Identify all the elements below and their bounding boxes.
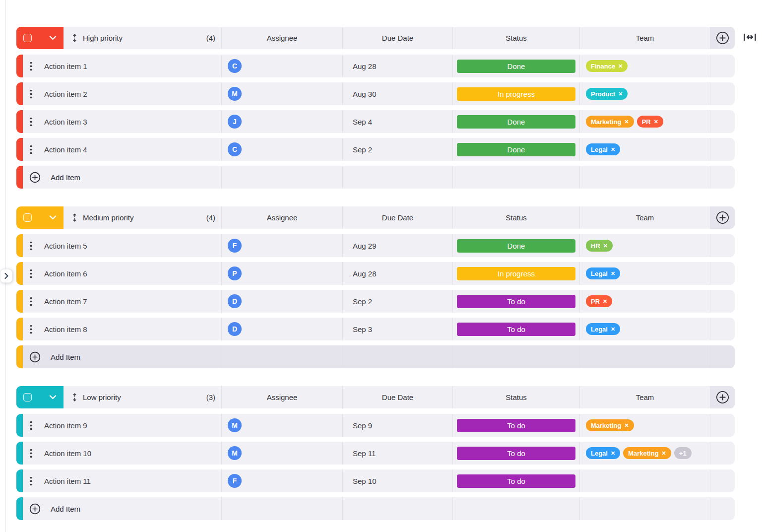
column-header-status[interactable]: Status: [452, 206, 579, 229]
assignee-cell[interactable]: D: [221, 290, 342, 313]
due-date-cell[interactable]: Sep 9: [342, 414, 452, 437]
status-pill[interactable]: In progress: [457, 267, 575, 280]
assignee-cell[interactable]: J: [221, 110, 342, 133]
group-title[interactable]: High priority: [83, 34, 123, 42]
team-tag[interactable]: PR✕: [586, 295, 612, 307]
add-column-button[interactable]: [710, 386, 735, 408]
group-checkbox[interactable]: [23, 213, 32, 222]
team-cell[interactable]: Legal✕: [579, 318, 710, 340]
column-header-team[interactable]: Team: [579, 386, 710, 408]
status-cell[interactable]: Done: [452, 55, 579, 77]
team-tag[interactable]: Legal✕: [586, 447, 620, 459]
due-date-cell[interactable]: Aug 30: [342, 82, 452, 105]
remove-tag-icon[interactable]: ✕: [618, 91, 623, 97]
team-tag[interactable]: Legal✕: [586, 323, 620, 335]
add-item-row[interactable]: Add Item: [16, 497, 735, 520]
group-checkbox[interactable]: [23, 393, 32, 401]
team-cell[interactable]: PR✕: [579, 290, 710, 313]
item-name[interactable]: Action item 5: [44, 242, 87, 250]
remove-tag-icon[interactable]: ✕: [611, 327, 615, 332]
item-name[interactable]: Action item 6: [44, 269, 87, 278]
team-tag[interactable]: Marketing✕: [586, 116, 634, 128]
column-header-status[interactable]: Status: [452, 27, 579, 49]
due-date-cell[interactable]: Sep 10: [342, 469, 452, 492]
remove-tag-icon[interactable]: ✕: [611, 451, 615, 456]
assignee-cell[interactable]: P: [221, 262, 342, 285]
remove-tag-icon[interactable]: ✕: [603, 299, 607, 304]
row-menu-icon[interactable]: [30, 145, 32, 154]
team-tag[interactable]: PR✕: [637, 116, 663, 128]
column-header-team[interactable]: Team: [579, 27, 710, 49]
team-cell[interactable]: Marketing✕PR✕: [579, 110, 710, 133]
assignee-avatar[interactable]: F: [228, 239, 242, 253]
item-name[interactable]: Action item 10: [44, 449, 91, 458]
due-date-cell[interactable]: Aug 28: [342, 262, 452, 285]
remove-tag-icon[interactable]: ✕: [603, 243, 608, 249]
drag-handle-icon[interactable]: [72, 213, 77, 222]
team-cell[interactable]: Legal✕Marketing✕+1: [579, 442, 710, 465]
status-cell[interactable]: To do: [452, 318, 579, 340]
assignee-cell[interactable]: M: [221, 414, 342, 437]
assignee-cell[interactable]: F: [221, 469, 342, 492]
status-cell[interactable]: To do: [452, 442, 579, 465]
status-cell[interactable]: To do: [452, 469, 579, 492]
row-menu-icon[interactable]: [30, 89, 32, 99]
status-pill[interactable]: To do: [457, 419, 575, 432]
status-cell[interactable]: To do: [452, 290, 579, 313]
status-pill[interactable]: To do: [457, 474, 575, 488]
chevron-down-icon[interactable]: [49, 215, 57, 220]
fit-width-icon[interactable]: [743, 33, 757, 44]
team-cell[interactable]: HR✕: [579, 234, 710, 257]
row-menu-icon[interactable]: [30, 117, 32, 127]
item-name[interactable]: Action item 9: [44, 421, 87, 430]
assignee-avatar[interactable]: M: [228, 87, 242, 101]
row-menu-icon[interactable]: [30, 325, 32, 334]
team-tag[interactable]: Legal✕: [586, 267, 620, 279]
column-header-due-date[interactable]: Due Date: [342, 27, 452, 49]
assignee-avatar[interactable]: C: [228, 142, 242, 156]
drag-handle-icon[interactable]: [72, 393, 77, 401]
column-header-team[interactable]: Team: [579, 206, 710, 229]
remove-tag-icon[interactable]: ✕: [611, 271, 615, 276]
team-tag[interactable]: Legal✕: [586, 143, 620, 155]
add-item-row[interactable]: Add Item: [16, 166, 735, 189]
assignee-avatar[interactable]: F: [228, 474, 242, 488]
assignee-cell[interactable]: M: [221, 442, 342, 465]
team-tag[interactable]: Product✕: [586, 88, 628, 100]
assignee-cell[interactable]: C: [221, 55, 342, 77]
status-cell[interactable]: In progress: [452, 262, 579, 285]
assignee-avatar[interactable]: D: [228, 294, 242, 308]
team-tag[interactable]: Marketing✕: [586, 419, 634, 431]
due-date-cell[interactable]: Aug 28: [342, 55, 452, 77]
due-date-cell[interactable]: Sep 4: [342, 110, 452, 133]
column-header-status[interactable]: Status: [452, 386, 579, 408]
remove-tag-icon[interactable]: ✕: [662, 451, 666, 456]
status-cell[interactable]: To do: [452, 414, 579, 437]
group-title[interactable]: Medium priority: [83, 213, 134, 222]
item-name[interactable]: Action item 4: [44, 145, 87, 154]
team-cell[interactable]: Product✕: [579, 82, 710, 105]
remove-tag-icon[interactable]: ✕: [624, 119, 629, 125]
due-date-cell[interactable]: Sep 2: [342, 290, 452, 313]
status-pill[interactable]: To do: [457, 323, 575, 336]
add-item-row[interactable]: Add Item: [16, 345, 735, 368]
team-tag[interactable]: HR✕: [586, 240, 613, 252]
assignee-cell[interactable]: F: [221, 234, 342, 257]
drag-handle-icon[interactable]: [72, 34, 77, 42]
add-column-button[interactable]: [710, 206, 735, 229]
row-menu-icon[interactable]: [30, 241, 32, 251]
team-cell[interactable]: Legal✕: [579, 262, 710, 285]
overflow-tag[interactable]: +1: [674, 447, 692, 459]
row-menu-icon[interactable]: [30, 476, 32, 486]
status-pill[interactable]: Done: [457, 143, 575, 156]
due-date-cell[interactable]: Aug 29: [342, 234, 452, 257]
status-cell[interactable]: In progress: [452, 82, 579, 105]
status-cell[interactable]: Done: [452, 110, 579, 133]
assignee-avatar[interactable]: J: [228, 115, 242, 129]
status-pill[interactable]: To do: [457, 447, 575, 460]
assignee-cell[interactable]: C: [221, 138, 342, 161]
status-cell[interactable]: Done: [452, 138, 579, 161]
item-name[interactable]: Action item 2: [44, 90, 87, 98]
team-cell[interactable]: Legal✕: [579, 138, 710, 161]
remove-tag-icon[interactable]: ✕: [654, 119, 658, 125]
